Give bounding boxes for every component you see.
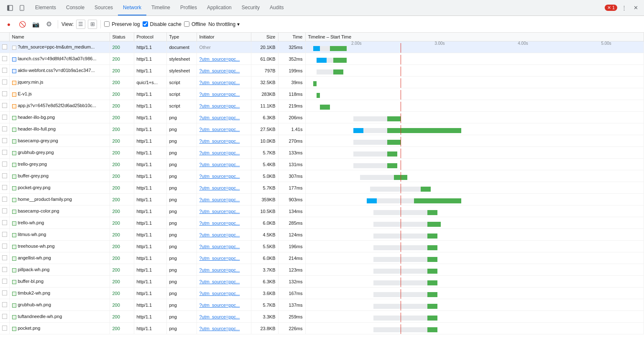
row-timeline [305,123,644,135]
row-checkbox[interactable] [2,115,7,120]
throttle-arrow-icon: ▾ [237,21,240,27]
row-checkbox[interactable] [2,91,7,96]
row-checkbox[interactable] [2,68,7,73]
table-row[interactable]: header-illo-full.png 200 http/1.1 png ?u… [0,123,644,135]
tab-security[interactable]: Security [237,0,265,15]
row-checkbox[interactable] [2,162,7,167]
row-checkbox-cell [0,276,9,287]
screenshot-button[interactable]: 📷 [30,19,41,30]
row-checkbox-cell [0,147,9,159]
table-row[interactable]: trello-grey.png 200 http/1.1 png ?utm_so… [0,159,644,170]
table-row[interactable]: pocket-grey.png 200 http/1.1 png ?utm_so… [0,182,644,194]
row-checkbox[interactable] [2,267,7,272]
col-header-name[interactable]: Name [9,33,110,41]
row-checkbox[interactable] [2,314,7,319]
row-checkbox[interactable] [2,44,7,49]
tab-network[interactable]: Network [118,0,146,15]
row-checkbox[interactable] [2,232,7,237]
col-header-time[interactable]: Time [278,33,305,41]
row-initiator: Other [197,41,251,53]
table-row[interactable]: jquery.min.js 200 quic/1+s... script ?ut… [0,77,644,88]
preserve-log-label[interactable]: Preserve log [112,21,140,27]
row-initiator: ?utm_source=ppc... [197,217,251,229]
table-row[interactable]: aktiv-webfont.css?v=d01b9a1ec347... 200 … [0,65,644,77]
offline-label[interactable]: Offline [192,21,206,27]
table-row[interactable]: basecamp-grey.png 200 http/1.1 png ?utm_… [0,135,644,147]
table-row[interactable]: grubhub-wh.png 200 http/1.1 png ?utm_sou… [0,299,644,311]
table-row[interactable]: trello-wh.png 200 http/1.1 png ?utm_sour… [0,217,644,229]
row-checkbox[interactable] [2,173,7,178]
tl-receive-bar [387,140,401,145]
row-checkbox[interactable] [2,150,7,155]
device-toggle-button[interactable] [17,3,27,13]
table-row[interactable]: header-illo-bg.png 200 http/1.1 png ?utm… [0,112,644,123]
table-row[interactable]: litmus-wh.png 200 http/1.1 png ?utm_sour… [0,229,644,241]
more-menu-button[interactable]: ⋮ [619,3,629,13]
toolbar-separator-1 [58,20,58,28]
table-row[interactable]: basecamp-color.png 200 http/1.1 png ?utm… [0,205,644,217]
throttle-select[interactable]: No throttling ▾ [208,21,240,27]
table-row[interactable]: angellist-wh.png 200 http/1.1 png ?utm_s… [0,252,644,264]
row-checkbox[interactable] [2,138,7,143]
col-header-protocol[interactable]: Protocol [134,33,166,41]
preserve-log-checkbox[interactable] [104,21,110,27]
table-row[interactable]: buffer-bl.png 200 http/1.1 png ?utm_sour… [0,276,644,287]
row-type: script [166,88,197,100]
tab-audits[interactable]: Audits [265,0,289,15]
row-checkbox[interactable] [2,290,7,295]
stop-button[interactable]: 🚫 [17,19,28,30]
table-row[interactable]: app.js?v=6457e8d52f2d6ad25bb10c... 200 h… [0,100,644,112]
row-checkbox[interactable] [2,208,7,213]
disable-cache-label[interactable]: Disable cache [150,21,181,27]
tab-sources[interactable]: Sources [89,0,118,15]
table-row[interactable]: pocket.png 200 http/1.1 png ?utm_source=… [0,323,644,334]
resource-type-icon [12,128,16,132]
tree-view-button[interactable]: ⊞ [88,20,97,29]
row-type: stylesheet [166,53,197,65]
table-row[interactable]: buffer-grey.png 200 http/1.1 png ?utm_so… [0,170,644,182]
row-checkbox[interactable] [2,302,7,307]
row-checkbox[interactable] [2,103,7,108]
close-devtools-button[interactable]: ✕ [631,3,641,13]
tab-elements[interactable]: Elements [30,0,61,15]
table-row[interactable]: grubhub-grey.png 200 http/1.1 png ?utm_s… [0,147,644,159]
row-checkbox[interactable] [2,80,7,85]
row-checkbox[interactable] [2,185,7,190]
table-row[interactable]: tuftandneedle-wh.png 200 http/1.1 png ?u… [0,311,644,323]
record-button[interactable]: ● [3,19,14,30]
timeline-bar [307,69,643,74]
table-row[interactable]: ?utm_source=ppc-tm&utm_medium... 200 htt… [0,41,644,53]
offline-checkbox[interactable] [184,21,189,27]
row-checkbox[interactable] [2,220,7,225]
resource-type-icon [12,139,16,144]
filter-button[interactable]: ⚙ [43,19,54,30]
table-row[interactable]: treehouse-wh.png 200 http/1.1 png ?utm_s… [0,241,644,252]
row-checkbox[interactable] [2,255,7,260]
col-header-type[interactable]: Type [166,33,197,41]
table-row[interactable]: E-v1.js 200 http/1.1 script ?utm_source=… [0,88,644,100]
col-header-timeline[interactable]: Timeline – Start Time 2.00s 3.00s 4.00s … [305,33,644,41]
table-row[interactable]: timbuk2-wh.png 200 http/1.1 png ?utm_sou… [0,287,644,299]
row-checkbox[interactable] [2,279,7,284]
table-row[interactable]: launch.css?v=49d8fd47cf63a07c986... 200 … [0,53,644,65]
col-header-size[interactable]: Size [251,33,278,41]
row-checkbox[interactable] [2,56,7,61]
row-checkbox-cell [0,112,9,123]
row-checkbox-cell [0,311,9,323]
row-checkbox[interactable] [2,126,7,131]
col-header-initiator[interactable]: Initiator [197,33,251,41]
row-checkbox[interactable] [2,197,7,202]
row-checkbox[interactable] [2,244,7,249]
col-header-status[interactable]: Status [110,33,134,41]
tab-timeline[interactable]: Timeline [146,0,175,15]
row-initiator: ?utm_source=ppc... [197,252,251,264]
tab-console[interactable]: Console [61,0,89,15]
disable-cache-checkbox[interactable] [143,21,148,27]
tab-application[interactable]: Application [202,0,237,15]
table-row[interactable]: pillpack-wh.png 200 http/1.1 png ?utm_so… [0,264,644,276]
dock-toggle-button[interactable] [5,3,15,13]
table-row[interactable]: home__product-family.png 200 http/1.1 pn… [0,194,644,205]
list-view-button[interactable]: ☰ [76,20,85,29]
tab-profiles[interactable]: Profiles [175,0,202,15]
row-checkbox[interactable] [2,326,7,331]
